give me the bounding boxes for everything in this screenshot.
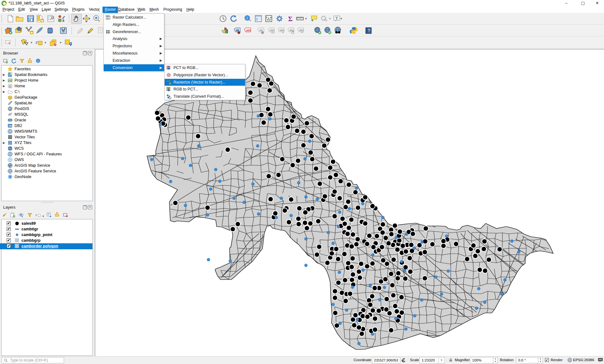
svg-text:i: i: [247, 15, 248, 20]
svg-text:abc: abc: [246, 29, 251, 32]
svg-text:i: i: [38, 59, 38, 63]
svg-text:DB2: DB2: [9, 125, 13, 127]
svg-text:abc: abc: [299, 29, 304, 32]
svg-text:ε: ε: [36, 213, 37, 217]
svg-text:ε: ε: [36, 39, 38, 45]
svg-text:abc: abc: [270, 29, 275, 32]
svg-text:a: a: [62, 18, 64, 23]
svg-text:T: T: [336, 16, 338, 20]
svg-text:?: ?: [368, 28, 370, 33]
svg-text:abc: abc: [280, 29, 284, 32]
svg-text:Σ: Σ: [288, 15, 292, 23]
